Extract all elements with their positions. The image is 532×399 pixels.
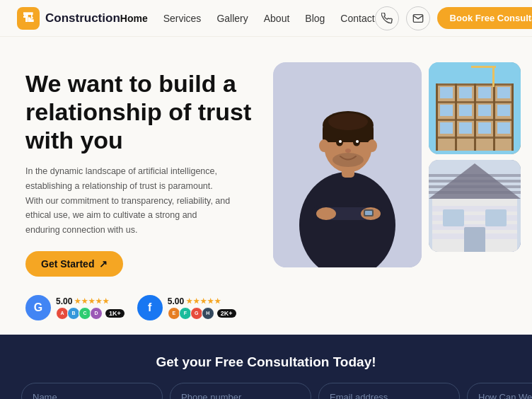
svg-point-13 (367, 139, 377, 152)
nav-about[interactable]: About (264, 13, 290, 24)
svg-rect-51 (429, 180, 521, 183)
svg-rect-36 (497, 87, 510, 98)
email-input[interactable] (318, 383, 460, 399)
svg-point-19 (332, 153, 364, 167)
svg-rect-30 (474, 83, 476, 151)
navbar: 🏗 Construction Home Services Gallery Abo… (0, 0, 532, 37)
person-svg (273, 62, 422, 267)
arrow-icon: ↗ (99, 258, 108, 270)
social-proof: G 5.00 ★★★★★ A B C D 1K+ (25, 295, 266, 320)
google-info: 5.00 ★★★★★ A B C D 1K+ (56, 296, 125, 320)
consultation-title: Get your Free Consultation Today! (21, 354, 511, 370)
svg-rect-58 (443, 209, 464, 226)
svg-rect-45 (492, 66, 495, 87)
hero-description: In the dynamic landscape of artificial i… (25, 164, 231, 237)
consultation-section: Get your Free Consultation Today! Submit (0, 335, 532, 399)
svg-rect-43 (478, 122, 491, 134)
svg-point-11 (328, 113, 368, 130)
svg-rect-34 (459, 87, 472, 98)
google-count: 1K+ (105, 309, 125, 318)
roof-house-image (429, 160, 521, 252)
facebook-stars: ★★★★★ (186, 297, 221, 305)
svg-rect-31 (493, 83, 495, 151)
svg-point-12 (319, 139, 329, 152)
logo-text: Construction (45, 11, 120, 25)
help-input[interactable] (467, 383, 532, 399)
svg-point-17 (356, 140, 359, 143)
svg-rect-50 (429, 174, 521, 177)
nav-gallery[interactable]: Gallery (216, 13, 248, 24)
facebook-count: 2K+ (217, 309, 236, 318)
building-construction-image (429, 62, 521, 154)
google-stars: ★★★★★ (74, 297, 110, 305)
svg-rect-32 (511, 83, 514, 151)
hero-images (273, 62, 521, 267)
google-badge: G (25, 295, 51, 320)
google-score: 5.00 ★★★★★ (56, 296, 125, 306)
facebook-info: 5.00 ★★★★★ E F G H 2K+ (168, 296, 236, 320)
hero-title: We want to build a relationship of trust… (25, 69, 266, 154)
svg-rect-38 (459, 105, 472, 116)
svg-point-18 (345, 149, 351, 153)
svg-rect-33 (440, 87, 453, 98)
get-started-button[interactable]: Get Started ↗ (25, 251, 123, 277)
svg-rect-60 (464, 227, 485, 252)
nav-home[interactable]: Home (120, 13, 148, 24)
svg-rect-44 (497, 122, 510, 134)
google-rating: G 5.00 ★★★★★ A B C D 1K+ (25, 295, 125, 320)
svg-rect-41 (440, 122, 453, 134)
svg-rect-35 (478, 87, 491, 98)
phone-input[interactable] (170, 383, 311, 399)
name-input[interactable] (21, 383, 163, 399)
svg-point-16 (339, 140, 342, 143)
nav-links: Home Services Gallery About Blog Contact (120, 13, 375, 24)
svg-rect-39 (478, 105, 491, 116)
svg-rect-52 (429, 185, 521, 188)
hero-left: We want to build a relationship of trust… (25, 62, 266, 320)
google-avatars: A B C D 1K+ (56, 307, 125, 320)
hero-section: We want to build a relationship of trust… (0, 37, 532, 335)
svg-rect-53 (429, 191, 521, 194)
phone-icon-button[interactable] (375, 6, 399, 30)
avatar-4: D (90, 307, 103, 320)
email-icon-button[interactable] (406, 6, 430, 30)
facebook-avatars: E F G H 2K+ (168, 307, 236, 320)
nav-blog[interactable]: Blog (305, 13, 325, 24)
hero-person-image (273, 62, 422, 267)
book-consultation-button[interactable]: Book Free Consultation (437, 7, 532, 29)
consultation-form: Submit (21, 383, 511, 399)
svg-rect-29 (455, 83, 457, 151)
facebook-rating: f 5.00 ★★★★★ E F G H 2K+ (137, 295, 236, 320)
svg-point-5 (316, 207, 336, 220)
logo: 🏗 Construction (17, 7, 120, 30)
nav-services[interactable]: Services (163, 13, 202, 24)
hero-side-images (429, 62, 521, 252)
svg-rect-42 (459, 122, 472, 134)
avatar-8: H (202, 307, 214, 320)
svg-rect-37 (440, 105, 453, 116)
svg-rect-28 (436, 83, 438, 151)
facebook-badge: f (137, 295, 163, 320)
svg-rect-21 (365, 211, 372, 215)
svg-rect-40 (497, 105, 510, 116)
nav-contact[interactable]: Contact (340, 13, 374, 24)
facebook-score: 5.00 ★★★★★ (168, 296, 236, 306)
svg-rect-46 (471, 66, 496, 68)
svg-rect-59 (485, 209, 507, 226)
logo-icon: 🏗 (17, 7, 40, 30)
nav-actions: Book Free Consultation (375, 6, 532, 30)
get-started-label: Get Started (41, 258, 94, 270)
